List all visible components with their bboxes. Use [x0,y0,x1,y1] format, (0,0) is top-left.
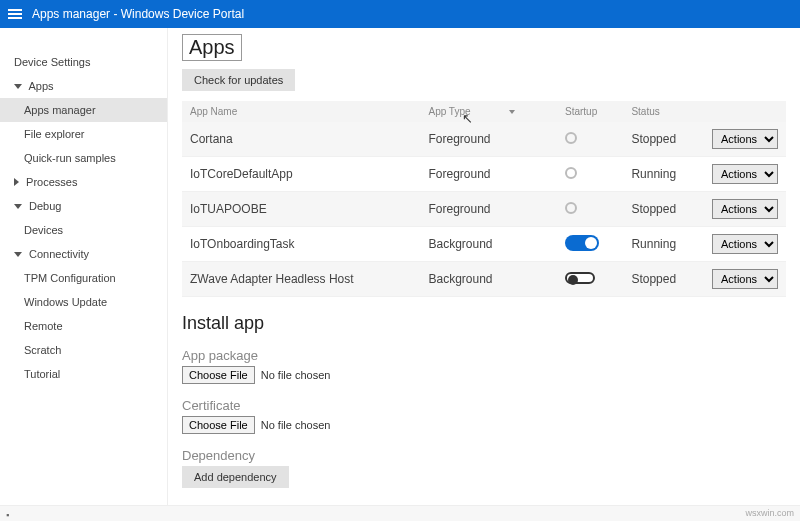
apps-table: App Name App Type Startup Status Cortana… [182,101,786,297]
chevron-down-icon [14,84,22,89]
content-pane: Apps Check for updates App Name App Type… [168,28,800,505]
no-file-chosen-text: No file chosen [261,369,331,381]
col-startup[interactable]: Startup [557,101,623,122]
cell-status: Stopped [623,122,704,157]
table-row: Cortana Foreground Stopped Actions [182,122,786,157]
sidebar-group-processes[interactable]: Processes [0,170,167,194]
cell-app-name: Cortana [182,122,420,157]
col-actions [704,101,786,122]
col-app-name[interactable]: App Name [182,101,420,122]
sidebar-item-file-explorer[interactable]: File explorer [0,122,167,146]
startup-radio-disabled [565,132,577,144]
sidebar-item-device-settings[interactable]: Device Settings [0,50,167,74]
startup-radio-disabled [565,167,577,179]
menu-icon[interactable] [8,9,22,19]
cell-app-type: Foreground [420,122,557,157]
table-row: IoTCoreDefaultApp Foreground Running Act… [182,157,786,192]
watermark: wsxwin.com [745,508,794,518]
startup-radio-disabled [565,202,577,214]
cell-app-name: ZWave Adapter Headless Host [182,262,420,297]
actions-select[interactable]: Actions [712,269,778,289]
chevron-right-icon [14,178,19,186]
page-footer: ▪ wsxwin.com [0,505,800,521]
sidebar-item-apps-manager[interactable]: Apps manager [0,98,167,122]
page-title: Apps [182,34,242,61]
actions-select[interactable]: Actions [712,234,778,254]
certificate-label: Certificate [182,398,786,413]
sidebar: Device Settings Apps Apps manager File e… [0,28,168,505]
sidebar-item-windows-update[interactable]: Windows Update [0,290,167,314]
cell-startup [557,157,623,192]
sidebar-item-quick-run-samples[interactable]: Quick-run samples [0,146,167,170]
choose-file-button-package[interactable]: Choose File [182,366,255,384]
cell-startup [557,227,623,262]
startup-toggle-on[interactable] [565,235,599,251]
cell-app-type: Background [420,227,557,262]
cell-status: Running [623,227,704,262]
cell-startup [557,262,623,297]
cell-app-name: IoTOnboardingTask [182,227,420,262]
choose-file-button-certificate[interactable]: Choose File [182,416,255,434]
sidebar-item-tutorial[interactable]: Tutorial [0,362,167,386]
dependency-label: Dependency [182,448,786,463]
no-file-chosen-text: No file chosen [261,419,331,431]
app-package-label: App package [182,348,786,363]
sidebar-group-label: Connectivity [29,248,89,260]
sidebar-group-debug[interactable]: Debug [0,194,167,218]
check-updates-button[interactable]: Check for updates [182,69,295,91]
sidebar-group-label: Processes [26,176,77,188]
cell-startup [557,122,623,157]
sort-down-icon [509,110,515,114]
window-titlebar: Apps manager - Windows Device Portal [0,0,800,28]
footer-left-icon: ▪ [6,510,9,520]
col-status[interactable]: Status [623,101,704,122]
col-app-type[interactable]: App Type [420,101,557,122]
cell-status: Stopped [623,262,704,297]
sidebar-group-apps[interactable]: Apps [0,74,167,98]
cell-startup [557,192,623,227]
add-dependency-button[interactable]: Add dependency [182,466,289,488]
table-row: IoTOnboardingTask Background Running Act… [182,227,786,262]
install-app-heading: Install app [182,313,786,334]
sidebar-group-connectivity[interactable]: Connectivity [0,242,167,266]
cell-app-name: IoTUAPOOBE [182,192,420,227]
sidebar-item-devices[interactable]: Devices [0,218,167,242]
table-row: IoTUAPOOBE Foreground Stopped Actions [182,192,786,227]
sidebar-group-label: Apps [28,80,53,92]
cell-status: Stopped [623,192,704,227]
sidebar-item-scratch[interactable]: Scratch [0,338,167,362]
cell-app-type: Foreground [420,157,557,192]
cell-app-type: Foreground [420,192,557,227]
startup-toggle-off[interactable] [565,272,595,284]
cell-status: Running [623,157,704,192]
actions-select[interactable]: Actions [712,129,778,149]
actions-select[interactable]: Actions [712,164,778,184]
actions-select[interactable]: Actions [712,199,778,219]
sidebar-item-remote[interactable]: Remote [0,314,167,338]
table-row: ZWave Adapter Headless Host Background S… [182,262,786,297]
chevron-down-icon [14,252,22,257]
cell-app-type: Background [420,262,557,297]
chevron-down-icon [14,204,22,209]
sidebar-item-tpm-configuration[interactable]: TPM Configuration [0,266,167,290]
sidebar-group-label: Debug [29,200,61,212]
cell-app-name: IoTCoreDefaultApp [182,157,420,192]
window-title: Apps manager - Windows Device Portal [32,7,244,21]
